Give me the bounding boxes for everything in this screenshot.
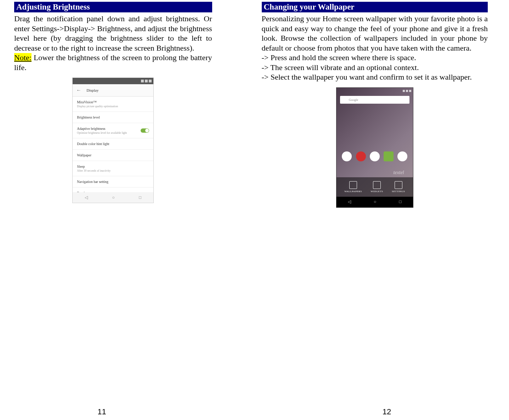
- signal-icon: [141, 80, 144, 82]
- back-arrow-icon: ←: [76, 87, 81, 93]
- brightness-note: Note: Lower the brightness of the screen…: [14, 53, 212, 72]
- phone-screenshot-wallpaper: Google textel WALLPAPERS WIDGETS SETTING…: [336, 87, 413, 208]
- nav-back-icon: ◁: [348, 199, 351, 205]
- section-header-wallpaper: Changing your Wallpaper: [262, 2, 488, 12]
- signal-icon: [403, 90, 405, 92]
- nav-home-icon: ○: [112, 195, 114, 200]
- nav-recent-icon: □: [139, 195, 141, 200]
- battery-icon: [149, 80, 152, 82]
- widgets-icon: [373, 181, 381, 189]
- search-placeholder: Google: [349, 98, 358, 102]
- note-label: Note:: [14, 53, 32, 62]
- adaptive-brightness-toggle: [141, 128, 149, 133]
- app-icon-google: [342, 151, 352, 161]
- option-settings: SETTINGS: [392, 181, 405, 193]
- brightness-paragraph: Drag the notification panel down and adj…: [14, 14, 212, 53]
- option-widgets: WIDGETS: [371, 181, 383, 193]
- note-text: Lower the brightness of the screen to pr…: [14, 53, 212, 72]
- nav-recent-icon: □: [399, 199, 401, 205]
- nav-home-icon: ○: [374, 199, 376, 205]
- settings-item-nav-bar: Navigation bar setting: [73, 176, 153, 188]
- phone-screenshot-brightness: ← Display MiraVision™ Display picture qu…: [72, 77, 154, 203]
- left-page: Adjusting Brightness Drag the notificati…: [0, 0, 255, 420]
- settings-item-miravision: MiraVision™ Display picture quality opti…: [73, 97, 153, 112]
- battery-icon: [409, 90, 411, 92]
- right-page: Changing your Wallpaper Personalizing yo…: [255, 0, 509, 420]
- display-title: Display: [86, 88, 98, 92]
- brand-text: textel: [393, 170, 404, 176]
- app-icon-calendar: [384, 151, 394, 161]
- google-search-bar: Google: [340, 96, 409, 104]
- page-number-left: 11: [97, 407, 106, 416]
- wallpaper-status-bar: [336, 88, 413, 94]
- android-nav-bar: ◁ ○ □: [73, 192, 153, 203]
- settings-item-adaptive-brightness: Adaptive brightness Optimize brightness …: [73, 123, 153, 138]
- settings-item-sleep: Sleep After 30 seconds of inactivity: [73, 161, 153, 176]
- wallpaper-paragraph: Personalizing your Home screen wallpaper…: [262, 14, 488, 53]
- nav-back-icon: ◁: [85, 195, 88, 200]
- display-settings-header: ← Display: [73, 84, 153, 97]
- app-icon-app2: [356, 151, 366, 161]
- wallpaper-step3: -> Select the wallpaper you want and con…: [262, 72, 488, 82]
- settings-item-wallpaper: Wallpaper: [73, 150, 153, 161]
- settings-item-brightness-level: Brightness level: [73, 112, 153, 123]
- page-number-right: 12: [383, 407, 391, 416]
- wallpaper-step2: -> The screen will vibrate and an option…: [262, 63, 488, 73]
- section-header-brightness: Adjusting Brightness: [14, 2, 212, 12]
- status-bar: [73, 78, 153, 84]
- wifi-icon: [145, 80, 148, 82]
- android-nav-bar: ◁ ○ □: [336, 197, 413, 207]
- option-wallpapers: WALLPAPERS: [344, 181, 362, 193]
- wifi-icon: [406, 90, 408, 92]
- google-logo-icon: [343, 98, 347, 102]
- app-icon-app3: [370, 151, 380, 161]
- wallpapers-icon: [349, 181, 357, 189]
- settings-item-double-color: Double color hint light: [73, 138, 153, 150]
- wallpaper-options-bar: WALLPAPERS WIDGETS SETTINGS: [336, 177, 413, 197]
- app-row: [336, 150, 413, 163]
- app-icon-playstore: [397, 151, 407, 161]
- wallpaper-step1: -> Press and hold the screen where there…: [262, 53, 488, 63]
- settings-icon: [395, 181, 402, 189]
